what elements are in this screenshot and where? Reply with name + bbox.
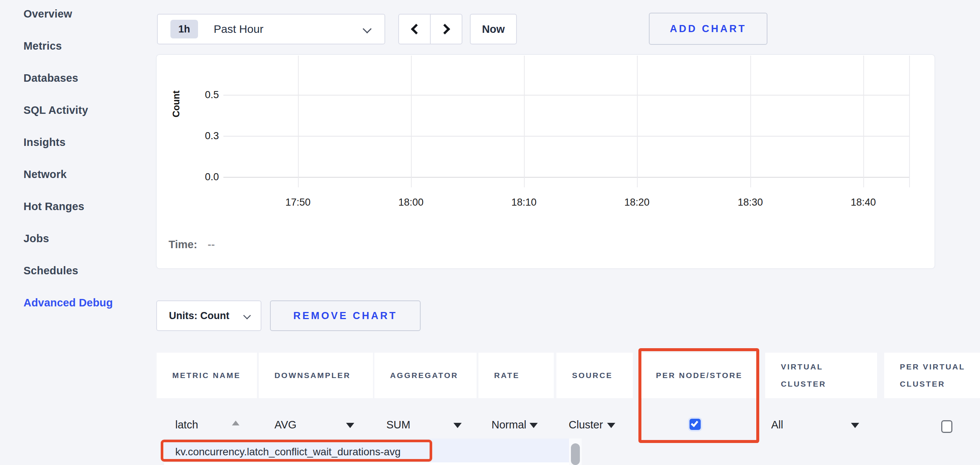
sidebar-item-schedules[interactable]: Schedules: [24, 254, 146, 287]
sidebar-item-network[interactable]: Network: [24, 158, 146, 190]
chevron-down-icon: [243, 312, 251, 319]
column-header-rate: RATE: [479, 353, 554, 398]
y-axis-label: Count: [171, 82, 181, 126]
gridline: [909, 56, 910, 187]
sidebar-item-metrics[interactable]: Metrics: [24, 30, 146, 62]
custom-chart: Count 0.5 0.3 0.0 17:50 18:00 18:10 18:2…: [156, 54, 935, 269]
virtual-cluster-select[interactable]: All: [771, 419, 783, 431]
per-node-store-checkbox[interactable]: [689, 419, 701, 430]
chevron-left-icon: [410, 24, 421, 34]
rate-select[interactable]: Normal: [492, 419, 526, 431]
downsampler-select[interactable]: AVG: [274, 419, 296, 431]
metric-suggestion-item[interactable]: kv.concurrency.latch_conflict_wait_durat…: [175, 446, 401, 458]
sidebar-item-sql-activity[interactable]: SQL Activity: [24, 94, 146, 126]
per-virtual-cluster-checkbox[interactable]: [941, 420, 952, 433]
caret-up-icon[interactable]: [232, 420, 239, 425]
metric-name-input[interactable]: latch: [175, 419, 198, 431]
time-pager: [398, 14, 462, 45]
remove-chart-button[interactable]: REMOVE CHART: [270, 300, 421, 331]
caret-down-icon[interactable]: [607, 423, 615, 428]
column-header-downsampler: DOWNSAMPLER: [259, 353, 373, 398]
x-tick-label: 18:00: [388, 197, 433, 208]
x-tick-label: 17:50: [275, 197, 320, 208]
aggregator-select[interactable]: SUM: [387, 419, 410, 431]
chevron-down-icon: [363, 24, 371, 33]
x-tick-label: 18:30: [728, 197, 773, 208]
sidebar-item-insights[interactable]: Insights: [24, 126, 146, 158]
metric-suggestion-dropdown: kv.concurrency.latch_conflict_wait_durat…: [164, 438, 582, 465]
gridline: [223, 95, 910, 96]
gridline: [524, 56, 525, 187]
sidebar-item-jobs[interactable]: Jobs: [24, 222, 146, 254]
hover-time-label: Time:: [169, 238, 197, 251]
x-tick-label: 18:10: [501, 197, 546, 208]
sidebar-item-hot-ranges[interactable]: Hot Ranges: [24, 190, 146, 222]
gridline: [637, 56, 638, 187]
x-axis-line: [223, 177, 910, 177]
sidebar-item-databases[interactable]: Databases: [24, 62, 146, 94]
time-range-badge: 1h: [170, 20, 198, 38]
y-tick-label: 0.5: [189, 89, 219, 101]
gridline: [863, 56, 864, 187]
gridline: [411, 56, 412, 187]
chevron-right-icon: [439, 24, 450, 34]
y-tick-label: 0.3: [189, 130, 219, 142]
sidebar-item-overview[interactable]: Overview: [24, 0, 146, 30]
x-tick-label: 18:20: [614, 197, 659, 208]
units-select-label: Units: Count: [169, 310, 229, 322]
column-header-per-node-store: PER NODE/STORE: [640, 353, 758, 398]
column-header-metric-name: METRIC NAME: [157, 353, 257, 398]
add-chart-button[interactable]: ADD CHART: [649, 13, 767, 45]
column-header-aggregator: AGGREGATOR: [374, 353, 477, 398]
gridline: [223, 136, 910, 137]
source-select[interactable]: Cluster: [569, 419, 603, 431]
gridline: [750, 56, 751, 187]
y-tick-label: 0.0: [189, 171, 219, 183]
dropdown-scrollbar-thumb[interactable]: [571, 443, 580, 465]
prev-time-button[interactable]: [399, 14, 430, 44]
checkmark-icon: [691, 419, 698, 427]
now-button[interactable]: Now: [470, 14, 517, 45]
hover-time-value: --: [208, 238, 215, 251]
dropdown-scrollbar[interactable]: [569, 438, 582, 465]
caret-down-icon[interactable]: [530, 423, 538, 428]
sidebar-item-advanced-debug[interactable]: Advanced Debug: [24, 287, 146, 319]
time-range-label: Past Hour: [214, 23, 263, 35]
x-tick-label: 18:40: [841, 197, 886, 208]
metric-suggestion-next-row[interactable]: [164, 462, 569, 465]
caret-down-icon[interactable]: [851, 423, 859, 428]
time-range-select[interactable]: 1h Past Hour: [157, 14, 385, 45]
column-header-per-virtual-cluster: PER VIRTUAL CLUSTER: [884, 353, 980, 398]
units-select[interactable]: Units: Count: [156, 300, 261, 331]
gridline: [298, 56, 299, 187]
sidebar: Overview Metrics Databases SQL Activity …: [24, 0, 146, 319]
caret-down-icon[interactable]: [453, 423, 462, 428]
column-header-source: SOURCE: [556, 353, 633, 398]
column-header-virtual-cluster: VIRTUAL CLUSTER: [765, 353, 877, 398]
hover-time-readout: Time:--: [169, 238, 215, 251]
caret-down-icon[interactable]: [346, 423, 354, 428]
next-time-button[interactable]: [430, 14, 462, 44]
